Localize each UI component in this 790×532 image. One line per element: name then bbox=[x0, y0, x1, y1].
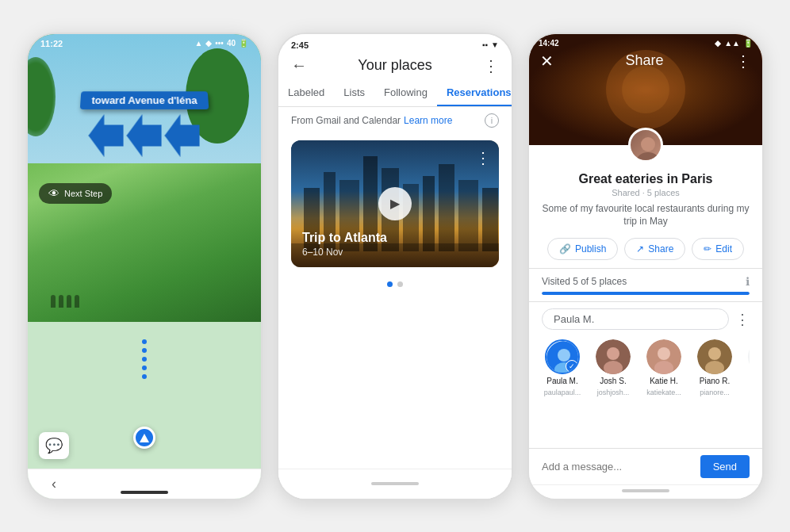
time-3: 14:42 bbox=[539, 39, 559, 48]
info-icon[interactable]: i bbox=[485, 113, 499, 128]
svg-point-14 bbox=[622, 66, 669, 113]
more-button-2[interactable]: ⋮ bbox=[483, 56, 499, 75]
avatar-svg bbox=[631, 130, 663, 163]
publish-button[interactable]: 🔗 Publish bbox=[547, 238, 618, 260]
contact-sub-piano: pianore... bbox=[700, 388, 730, 396]
carousel-dots bbox=[278, 281, 512, 287]
your-places-screen: 2:45 ▪▪ ▼ ← Your places ⋮ Labeled Lists … bbox=[278, 34, 512, 499]
trip-card[interactable]: Trip to Atlanta 6–10 Nov ⋮ ▶ bbox=[291, 140, 499, 267]
route-dots bbox=[142, 339, 147, 379]
info-icon-3: ℹ bbox=[746, 275, 750, 288]
place-content: Great eateries in Paris Shared · 5 place… bbox=[529, 145, 762, 269]
home-indicator-2 bbox=[371, 482, 419, 485]
arrow-chevron-2 bbox=[127, 114, 162, 157]
svg-point-15 bbox=[641, 137, 655, 151]
contact-paula[interactable]: ✓ Paula M. paulapaul... bbox=[542, 339, 583, 396]
contact-search-input[interactable]: Paula M. bbox=[542, 308, 729, 330]
play-button[interactable]: ▶ bbox=[378, 187, 412, 220]
status-icons-2: ▪▪ ▼ bbox=[482, 40, 499, 50]
contacts-list: ✓ Paula M. paulapaul... Josh S. bbox=[542, 339, 750, 396]
svg-point-24 bbox=[658, 347, 670, 360]
contact-name-paula: Paula M. bbox=[546, 377, 577, 386]
bottom-bar-1: ‹ bbox=[28, 469, 261, 499]
share-screen: 14:42 ◆ ▲▲ 🔋 ✕ Share ⋮ bbox=[529, 34, 762, 499]
ar-arrow-sign: toward Avenue d'Iéna bbox=[81, 91, 209, 157]
from-gmail-bar: From Gmail and Calendar Learn more i bbox=[278, 107, 512, 134]
contact-avatar-paula: ✓ bbox=[545, 339, 580, 374]
learn-more-link[interactable]: Learn more bbox=[404, 115, 452, 126]
tab-following[interactable]: Following bbox=[374, 80, 437, 106]
next-step-button[interactable]: 👁 Next Step bbox=[39, 183, 112, 204]
more-button-3[interactable]: ⋮ bbox=[735, 52, 751, 71]
trip-dates: 6–10 Nov bbox=[302, 247, 488, 258]
header-image: 14:42 ◆ ▲▲ 🔋 ✕ Share ⋮ bbox=[529, 34, 762, 145]
eye-icon: 👁 bbox=[48, 187, 59, 200]
from-gmail-text: From Gmail and Calendar bbox=[291, 115, 401, 126]
contact-avatar-josh bbox=[596, 339, 631, 374]
place-description: Some of my favourite local restaurants d… bbox=[542, 202, 750, 229]
tab-lists[interactable]: Lists bbox=[334, 80, 374, 106]
street-sign: toward Avenue d'Iéna bbox=[80, 91, 209, 109]
nav-arrow-icon bbox=[140, 434, 149, 442]
back-icon[interactable]: ‹ bbox=[52, 476, 56, 492]
edit-button[interactable]: ✏ Edit bbox=[692, 238, 744, 260]
publish-icon: 🔗 bbox=[559, 243, 571, 255]
time-2: 2:45 bbox=[291, 40, 309, 50]
place-title: Great eateries in Paris bbox=[542, 172, 750, 186]
trip-more-button[interactable]: ⋮ bbox=[475, 148, 491, 167]
more-contacts-button[interactable]: ... bbox=[748, 339, 750, 374]
chat-icon: 💬 bbox=[45, 438, 63, 454]
contact-sub-paula: paulapaul... bbox=[544, 388, 581, 396]
status-bar-1: 11:22 ▲ ◆ ••• 40 🔋 bbox=[28, 34, 261, 50]
status-bar-3: 14:42 ◆ ▲▲ 🔋 bbox=[529, 34, 762, 52]
next-step-label: Next Step bbox=[64, 189, 102, 198]
trip-title: Trip to Atlanta bbox=[302, 231, 488, 245]
contact-name-katie: Katie H. bbox=[650, 377, 678, 386]
share-title: Share bbox=[625, 52, 663, 69]
contacts-section: Paula M. ⋮ ✓ Paula M. paul bbox=[529, 302, 762, 447]
share-icon: ↗ bbox=[636, 243, 644, 255]
arrow-chevron-3 bbox=[165, 114, 200, 157]
people-silhouette bbox=[51, 295, 79, 308]
svg-point-27 bbox=[708, 347, 721, 360]
home-indicator-3 bbox=[622, 489, 669, 492]
time-1: 11:22 bbox=[40, 39, 63, 48]
back-button-2[interactable]: ← bbox=[291, 56, 307, 75]
message-input[interactable] bbox=[542, 461, 694, 473]
phone-ar-navigation: 11:22 ▲ ◆ ••• 40 🔋 toward Avenue d'Iéna bbox=[26, 33, 263, 500]
ar-screen: 11:22 ▲ ◆ ••• 40 🔋 toward Avenue d'Iéna bbox=[28, 34, 261, 499]
message-bar: Send bbox=[529, 448, 762, 484]
status-bar-2: 2:45 ▪▪ ▼ bbox=[278, 34, 512, 52]
contact-name-piano: Piano R. bbox=[700, 377, 730, 386]
page-title-2: Your places bbox=[307, 57, 483, 74]
shared-label: Shared · 5 places bbox=[542, 188, 750, 197]
status-icons-1: ▲ ◆ ••• 40 🔋 bbox=[194, 39, 248, 48]
action-buttons: 🔗 Publish ↗ Share ✏ Edit bbox=[542, 238, 750, 260]
visited-section: Visited 5 of 5 places ℹ bbox=[529, 269, 762, 301]
arrow-sign-box bbox=[89, 114, 200, 157]
send-button[interactable]: Send bbox=[700, 455, 750, 478]
contact-piano[interactable]: Piano R. pianore... bbox=[694, 339, 735, 396]
chat-button[interactable]: 💬 bbox=[39, 432, 69, 459]
contact-katie[interactable]: Katie H. katiekate... bbox=[643, 339, 685, 396]
share-button[interactable]: ↗ Share bbox=[624, 238, 685, 260]
contact-more[interactable]: ... More bbox=[745, 339, 750, 396]
tab-reservations[interactable]: Reservations bbox=[437, 80, 512, 106]
contact-avatar-piano bbox=[697, 339, 732, 374]
location-dot bbox=[133, 427, 155, 449]
dot-1 bbox=[387, 281, 393, 287]
bottom-bar-2 bbox=[278, 469, 512, 499]
selected-checkmark: ✓ bbox=[566, 360, 578, 373]
contacts-more-button[interactable]: ⋮ bbox=[735, 311, 750, 328]
toolbar-3: ✕ Share ⋮ bbox=[529, 52, 762, 71]
status-icons-3: ◆ ▲▲ 🔋 bbox=[715, 39, 753, 48]
contact-josh[interactable]: Josh S. joshjosh... bbox=[592, 339, 634, 396]
contact-sub-josh: joshjosh... bbox=[597, 388, 630, 396]
tab-labeled[interactable]: Labeled bbox=[278, 80, 334, 106]
progress-fill bbox=[542, 292, 750, 295]
contact-sub-katie: katiekate... bbox=[646, 388, 681, 396]
ar-background: toward Avenue d'Iéna 👁 Next Step bbox=[28, 34, 261, 322]
progress-bar bbox=[542, 292, 750, 295]
close-button[interactable]: ✕ bbox=[540, 52, 554, 71]
svg-point-16 bbox=[637, 152, 659, 163]
